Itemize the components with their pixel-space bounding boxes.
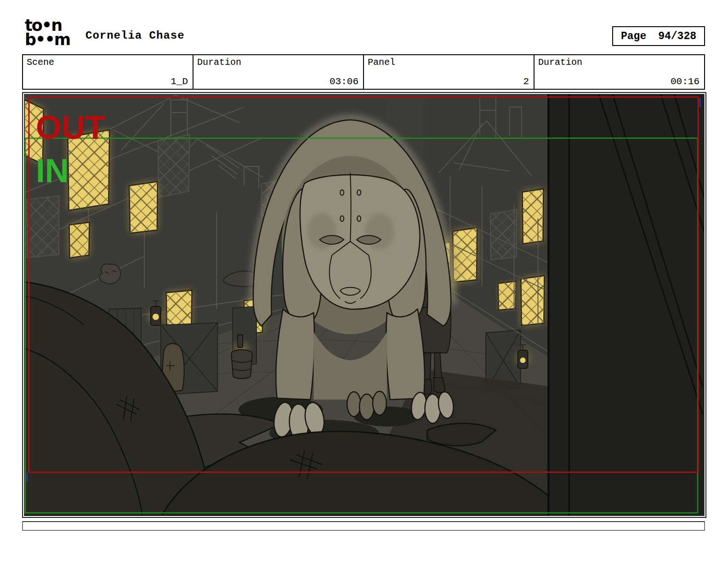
- scene-label: Scene: [27, 57, 54, 68]
- cell-scene: Scene 1_D: [23, 55, 193, 89]
- page-value: 94/328: [658, 30, 696, 42]
- hound-leg-left: [276, 309, 314, 400]
- toonboom-logo-line2: b••m: [25, 33, 70, 47]
- panel-duration-value: 00:16: [671, 76, 700, 87]
- cell-panel-duration: Duration 00:16: [535, 55, 704, 89]
- hound-paw-right: [410, 391, 455, 423]
- panel-info-row: Scene 1_D Duration 03:06 Panel 2 Duratio…: [22, 54, 705, 90]
- camera-out-label: OUT: [36, 109, 105, 146]
- caption-bar: [22, 521, 705, 531]
- storyboard-panel: OUT IN: [24, 94, 705, 516]
- lit-window: [498, 281, 516, 310]
- storyboard-panel-frame: OUT IN: [22, 92, 706, 518]
- panel-value: 2: [523, 76, 529, 87]
- lit-window: [521, 276, 545, 325]
- panel-duration-label: Duration: [538, 57, 582, 68]
- lit-window: [166, 290, 192, 327]
- page-label: Page: [621, 30, 646, 42]
- scene-duration-label: Duration: [197, 57, 241, 68]
- toonboom-logo: to•n b••m: [25, 18, 70, 47]
- hound-leg-right: [386, 309, 425, 400]
- camera-in-label: IN: [36, 152, 69, 189]
- panel-label: Panel: [368, 57, 395, 68]
- lit-window: [69, 222, 90, 258]
- storyboard-artwork: OUT IN: [24, 94, 704, 516]
- page-number-box: Page 94/328: [612, 26, 705, 46]
- lit-window: [129, 182, 158, 233]
- gargoyle-critter: [100, 264, 121, 284]
- scene-value: 1_D: [171, 76, 188, 87]
- cell-scene-duration: Duration 03:06: [193, 55, 364, 89]
- project-title: Cornelia Chase: [85, 29, 185, 42]
- hound-rear-paw: [347, 391, 387, 420]
- cell-panel: Panel 2: [364, 55, 535, 89]
- lit-window: [523, 189, 544, 244]
- scene-duration-value: 03:06: [330, 76, 358, 87]
- foreground-wall-right: [548, 94, 704, 516]
